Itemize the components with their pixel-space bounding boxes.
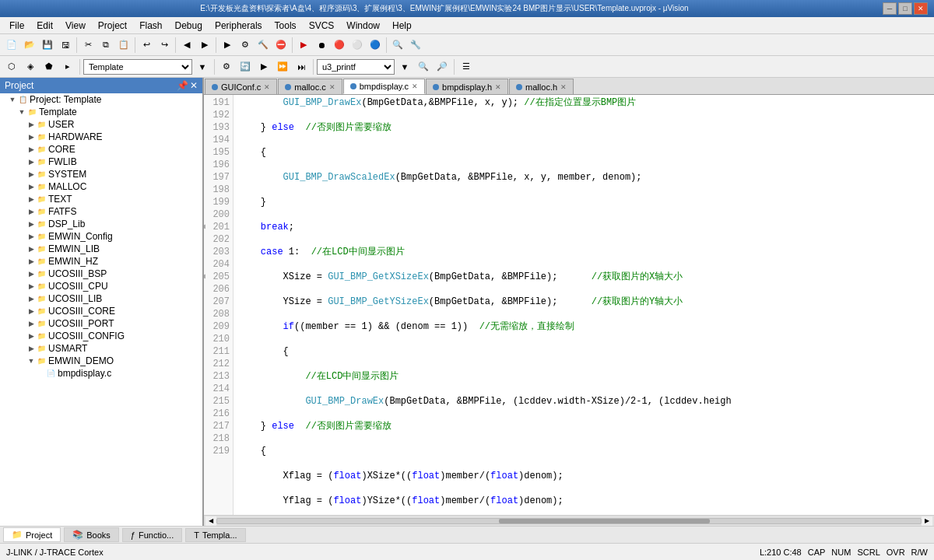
nav-fwd[interactable]: ▶ xyxy=(196,37,213,54)
build-btn[interactable]: ▶ xyxy=(219,37,236,54)
tree-hardware[interactable]: ▶ 📁 HARDWARE xyxy=(0,131,202,143)
tree-emwin-demo[interactable]: ▼ 📁 EMWIN_DEMO xyxy=(0,355,202,367)
tab-bmpdisplay[interactable]: bmpdisplay.c ✕ xyxy=(343,79,425,94)
bottom-tab-project[interactable]: 📁 Project xyxy=(3,527,61,542)
menu-file[interactable]: File xyxy=(3,19,30,33)
tree-system[interactable]: ▶ 📁 SYSTEM xyxy=(0,168,202,180)
debug4-btn[interactable]: ⚪ xyxy=(349,37,366,54)
tab-bmpdisplay-h[interactable]: bmpdisplay.h ✕ xyxy=(426,79,508,94)
open-btn[interactable]: 📂 xyxy=(21,37,38,54)
debug2-btn[interactable]: ⏺ xyxy=(313,37,330,54)
horizontal-scrollbar[interactable]: ◀ ▶ xyxy=(204,515,934,526)
code-area[interactable]: 191 192 193 194 195 196 197 198 199 200 … xyxy=(204,95,934,515)
tb2-btn5[interactable]: ⚙ xyxy=(218,58,235,75)
pin-icon[interactable]: 📌 xyxy=(177,80,188,91)
scroll-right-btn[interactable]: ▶ xyxy=(922,516,932,526)
undo-btn[interactable]: ↩ xyxy=(138,37,155,54)
tab-close-malloc-c[interactable]: ✕ xyxy=(329,83,335,91)
func-search[interactable]: 🔍 xyxy=(415,58,432,75)
copy-btn[interactable]: ⧉ xyxy=(97,37,114,54)
menu-window[interactable]: Window xyxy=(340,19,386,33)
find-btn[interactable]: 🔍 xyxy=(389,37,406,54)
function-combo[interactable]: u3_printf xyxy=(317,59,395,75)
bottom-tab-template[interactable]: T Templa... xyxy=(185,528,245,542)
save-all-btn[interactable]: 🖫 xyxy=(57,37,74,54)
tab-close-guiconf[interactable]: ✕ xyxy=(264,83,270,91)
tree-ucos-bsp-label: UCOSIII_BSP xyxy=(48,268,107,279)
tree-ucos-bsp[interactable]: ▶ 📁 UCOSIII_BSP xyxy=(0,268,202,280)
expand-ucos-cpu: ▶ xyxy=(26,282,36,290)
tree-core[interactable]: ▶ 📁 CORE xyxy=(0,143,202,156)
tab-close-malloc-h[interactable]: ✕ xyxy=(560,83,567,91)
tree-emwin-hz[interactable]: ▶ 📁 EMWIN_HZ xyxy=(0,255,202,268)
tree-ucos-lib[interactable]: ▶ 📁 UCOSIII_LIB xyxy=(0,292,202,305)
menu-project[interactable]: Project xyxy=(92,19,133,33)
tree-fwlib[interactable]: ▶ 📁 FWLIB xyxy=(0,156,202,168)
tree-emwin-lib[interactable]: ▶ 📁 EMWIN_LIB xyxy=(0,243,202,255)
tb2-btn3[interactable]: ⬟ xyxy=(40,58,58,75)
tree-template[interactable]: ▼ 📁 Template xyxy=(0,106,202,118)
tb2-btn4[interactable]: ▸ xyxy=(59,58,76,75)
menu-debug[interactable]: Debug xyxy=(169,19,209,33)
tree-user[interactable]: ▶ 📁 USER xyxy=(0,118,202,131)
menu-edit[interactable]: Edit xyxy=(30,19,59,33)
cut-btn[interactable]: ✂ xyxy=(79,37,97,54)
tree-text[interactable]: ▶ 📁 TEXT xyxy=(0,193,202,205)
tree-fatfs[interactable]: ▶ 📁 FATFS xyxy=(0,205,202,218)
debug-btn[interactable]: ▶ xyxy=(295,37,312,54)
scroll-track[interactable] xyxy=(216,518,922,524)
target-settings[interactable]: ▼ xyxy=(194,58,211,75)
scroll-left-btn[interactable]: ◀ xyxy=(205,516,216,526)
tree-bmpdisplay[interactable]: 📄 bmpdisplay.c xyxy=(0,367,202,380)
func-go[interactable]: ▼ xyxy=(396,58,413,75)
debug5-btn[interactable]: 🔵 xyxy=(367,37,384,54)
paste-btn[interactable]: 📋 xyxy=(115,37,132,54)
build2-btn[interactable]: ⚙ xyxy=(237,37,254,54)
save-btn[interactable]: 💾 xyxy=(39,37,56,54)
tb2-btn7[interactable]: ▶ xyxy=(255,58,272,75)
tree-emwin-config[interactable]: ▶ 📁 EMWIN_Config xyxy=(0,230,202,243)
tab-malloc-c[interactable]: malloc.c ✕ xyxy=(278,79,342,94)
menu-view[interactable]: View xyxy=(59,19,92,33)
bottom-tab-books[interactable]: 📚 Books xyxy=(64,527,119,542)
project-target-combo[interactable]: Template xyxy=(83,59,192,75)
menu-tools[interactable]: Tools xyxy=(269,19,303,33)
scroll-thumb[interactable] xyxy=(499,519,710,523)
tb2-btn8[interactable]: ⏩ xyxy=(274,58,291,75)
tab-close-bmpdisplay-h[interactable]: ✕ xyxy=(495,83,501,91)
tab-guiconf[interactable]: GUIConf.c ✕ xyxy=(205,79,277,94)
menu-peripherals[interactable]: Peripherals xyxy=(209,19,269,33)
tree-ucos-cfg[interactable]: ▶ 📁 UCOSIII_CONFIG xyxy=(0,330,202,342)
tree-ucos-core[interactable]: ▶ 📁 UCOSIII_CORE xyxy=(0,305,202,317)
tab-malloc-h[interactable]: malloc.h ✕ xyxy=(509,79,574,94)
func-more[interactable]: 🔎 xyxy=(434,58,451,75)
tb2-btn6[interactable]: 🔄 xyxy=(237,58,254,75)
tree-dsplib[interactable]: ▶ 📁 DSP_Lib xyxy=(0,218,202,230)
tree-malloc[interactable]: ▶ 📁 MALLOC xyxy=(0,180,202,193)
menu-svcs[interactable]: SVCS xyxy=(303,19,341,33)
tb2-btn1[interactable]: ⬡ xyxy=(3,58,20,75)
close-panel-icon[interactable]: ✕ xyxy=(190,80,198,91)
debug3-btn[interactable]: 🔴 xyxy=(331,37,348,54)
tree-usmart[interactable]: ▶ 📁 USMART xyxy=(0,342,202,355)
minimize-button[interactable]: ─ xyxy=(883,2,897,15)
menu-flash[interactable]: Flash xyxy=(133,19,168,33)
code-content[interactable]: GUI_BMP_DrawEx(BmpGetData,&BMPFile, x, y… xyxy=(234,95,934,515)
misc2-btn[interactable]: ☰ xyxy=(458,58,475,75)
new-btn[interactable]: 📄 xyxy=(3,37,20,54)
tree-ucos-port[interactable]: ▶ 📁 UCOSIII_PORT xyxy=(0,317,202,330)
tree-ucos-cpu[interactable]: ▶ 📁 UCOSIII_CPU xyxy=(0,280,202,292)
nav-back[interactable]: ◀ xyxy=(178,37,195,54)
tb2-btn2[interactable]: ◈ xyxy=(22,58,39,75)
stop-btn[interactable]: ⛔ xyxy=(272,37,290,54)
tab-close-bmpdisplay[interactable]: ✕ xyxy=(412,82,418,90)
bottom-tab-functions[interactable]: ƒ Functio... xyxy=(122,528,182,542)
tb2-btn9[interactable]: ⏭ xyxy=(293,58,310,75)
build3-btn[interactable]: 🔨 xyxy=(255,37,272,54)
tree-root[interactable]: ▼ 📋 Project: Template xyxy=(0,93,202,106)
menu-help[interactable]: Help xyxy=(386,19,418,33)
close-button[interactable]: ✕ xyxy=(914,2,928,15)
maximize-button[interactable]: □ xyxy=(898,2,912,15)
redo-btn[interactable]: ↪ xyxy=(156,37,173,54)
misc-btn[interactable]: 🔧 xyxy=(407,37,424,54)
